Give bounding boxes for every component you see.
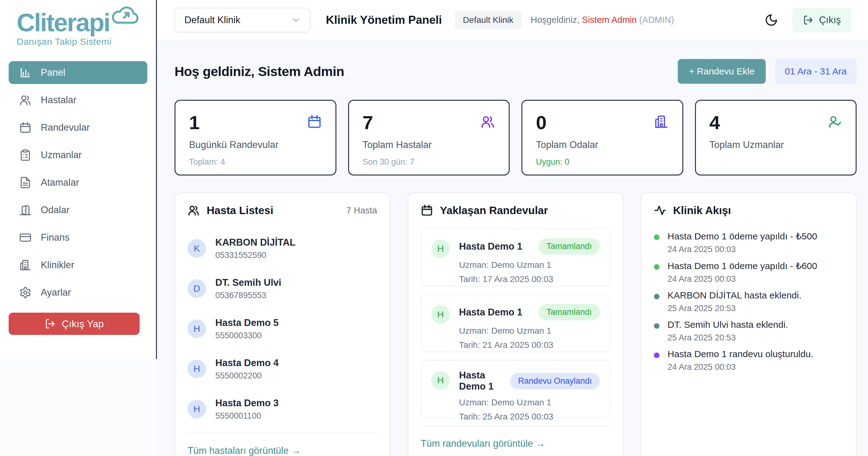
appointment-patient-name: Hasta Demo 1: [459, 241, 522, 252]
upcoming-appointments-panel: Yaklaşan Randevular H Hasta Demo 1 Tamam…: [408, 192, 623, 456]
patient-phone: 5550002200: [215, 371, 279, 381]
bar-chart-icon: [19, 66, 32, 79]
activity-item: DT. Semih Ulvi hasta eklendi. 25 Ara 202…: [654, 320, 844, 343]
clinic-activity-panel: Klinik Akışı Hasta Demo 1 ödeme yapıldı …: [641, 192, 857, 456]
status-badge: Tamamlandı: [538, 304, 600, 321]
sidebar-item-panel[interactable]: Panel: [9, 61, 147, 84]
view-all-patients-link[interactable]: Tüm hastaları görüntüle →: [187, 445, 301, 456]
appointment-patient-name: Hasta Demo 1: [459, 307, 522, 318]
avatar: H: [187, 400, 206, 418]
exit-button[interactable]: Çıkış: [792, 8, 851, 32]
sidebar-item-label: Ayarlar: [41, 287, 71, 298]
stat-card-total-specialists: 4 Toplam Uzmanlar: [695, 100, 857, 176]
activity-icon: [654, 204, 666, 217]
calendar-icon: [421, 204, 433, 217]
clinic-badge: Default Klinik: [455, 11, 521, 29]
panel-header: Klinik Akışı: [654, 204, 844, 217]
welcome-heading: Hoş geldiniz, Sistem Admin: [175, 64, 344, 79]
patient-row[interactable]: H Hasta Demo 4 5550002200: [187, 353, 377, 385]
sidebar-item-label: Randevular: [41, 122, 90, 133]
brand-tagline: Danışan Takip Sistemi: [17, 36, 138, 47]
sidebar-item-uzmanlar[interactable]: Uzmanlar: [9, 144, 147, 166]
sidebar-item-atamalar[interactable]: Atamalar: [9, 171, 147, 194]
building-icon: [19, 259, 32, 271]
appointment-date: Tarih: 21 Ara 2025 00:03: [459, 340, 600, 350]
panel-title: Yaklaşan Randevular: [440, 204, 548, 217]
divider: [421, 426, 610, 426]
moon-icon: [765, 13, 778, 27]
user-role: (ADMIN): [639, 15, 674, 25]
activity-date: 24 Ara 2025 00:03: [668, 274, 817, 284]
chevron-down-icon: [291, 16, 301, 25]
patient-name: KARBON DİJİTAL: [215, 237, 295, 248]
patient-name: Hasta Demo 3: [215, 398, 279, 409]
stat-card-total-rooms: 0 Toplam Odalar Uygun: 0: [521, 100, 683, 176]
stat-label: Bugünkü Randevular: [189, 139, 322, 150]
activity-date: 24 Ara 2025 00:03: [668, 362, 813, 372]
stat-card-todays-appointments: 1 Bugünkü Randevular Toplam: 4: [175, 100, 336, 176]
status-dot: [654, 323, 659, 329]
sidebar-item-randevular[interactable]: Randevular: [9, 116, 147, 139]
stat-sub: Toplam: 4: [189, 157, 322, 167]
avatar: H: [431, 371, 450, 390]
divider: [187, 433, 377, 433]
panels-row: Hasta Listesi 7 Hasta K KARBON DİJİTAL 0…: [175, 192, 857, 456]
logout-button[interactable]: Çıkış Yap: [9, 313, 140, 335]
door-icon: [19, 204, 32, 216]
users-icon: [480, 114, 495, 129]
welcome-actions: + Randevu Ekle 01 Ara - 31 Ara: [678, 59, 857, 84]
sidebar-item-hastalar[interactable]: Hastalar: [9, 89, 147, 112]
sidebar-item-finans[interactable]: Finans: [9, 226, 147, 249]
sidebar-nav: Panel Hastalar Randevular Uzmanlar Atama…: [9, 61, 147, 304]
users-icon: [19, 94, 32, 106]
view-all-appointments-link[interactable]: Tüm randevuları görüntüle →: [421, 438, 545, 449]
patient-row[interactable]: H Hasta Demo 3 5550001100: [187, 393, 377, 425]
gear-icon: [19, 286, 32, 299]
clinic-select[interactable]: Default Klinik: [175, 8, 310, 32]
dark-mode-toggle[interactable]: [765, 13, 779, 27]
cloud-arrow-icon: [111, 4, 140, 26]
activity-item: KARBON DİJİTAL hasta eklendi. 25 Ara 202…: [654, 290, 844, 313]
patient-row[interactable]: H Hasta Demo 5 5550003300: [187, 312, 377, 345]
appointment-list: H Hasta Demo 1 Tamamlandı Uzman: Demo Uz…: [421, 228, 610, 418]
activity-list: Hasta Demo 1 ödeme yapıldı - ₺500 24 Ara…: [654, 231, 844, 372]
status-dot: [654, 264, 659, 270]
add-appointment-button[interactable]: + Randevu Ekle: [678, 59, 766, 84]
patient-row[interactable]: K KARBON DİJİTAL 05331552590: [187, 232, 377, 265]
patient-count: 7 Hasta: [346, 206, 377, 216]
appointment-specialist: Uzman: Demo Uzman 1: [459, 326, 600, 336]
date-range-badge[interactable]: 01 Ara - 31 Ara: [775, 59, 857, 84]
sidebar-item-ayarlar[interactable]: Ayarlar: [9, 281, 147, 304]
sidebar-item-klinikler[interactable]: Klinikler: [9, 254, 147, 276]
avatar: H: [431, 239, 450, 258]
user-check-icon: [827, 114, 842, 129]
stats-row: 1 Bugünkü Randevular Toplam: 4 7 Toplam …: [175, 100, 857, 176]
sidebar-item-label: Uzmanlar: [41, 150, 82, 161]
activity-date: 25 Ara 2025 20:53: [668, 304, 802, 313]
sidebar-item-odalar[interactable]: Odalar: [9, 199, 147, 221]
stat-sub: Son 30 gün: 7: [363, 157, 495, 167]
building-icon: [654, 114, 669, 129]
avatar: H: [187, 360, 206, 378]
panel-title: Klinik Akışı: [673, 204, 731, 217]
appointment-card[interactable]: H Hasta Demo 1 Randevu Onaylandı Uzman: …: [421, 360, 610, 418]
welcome-prefix: Hoşgeldiniz,: [531, 15, 580, 25]
patient-name: DT. Semih Ulvi: [215, 277, 281, 288]
appointment-card[interactable]: H Hasta Demo 1 Tamamlandı Uzman: Demo Uz…: [421, 228, 610, 286]
panel-header: Hasta Listesi 7 Hasta: [187, 204, 377, 217]
status-dot: [654, 353, 659, 358]
appointment-specialist: Uzman: Demo Uzman 1: [459, 398, 600, 407]
file-text-icon: [19, 176, 32, 189]
patient-list: K KARBON DİJİTAL 05331552590 D DT. Semih…: [187, 232, 377, 425]
sidebar: Cliterapi Danışan Takip Sistemi Panel Ha…: [0, 0, 157, 359]
stat-value: 1: [189, 113, 322, 132]
avatar: K: [187, 239, 206, 257]
stat-sub: Uygun: 0: [536, 157, 669, 167]
activity-item: Hasta Demo 1 ödeme yapıldı - ₺500 24 Ara…: [654, 231, 844, 254]
patient-row[interactable]: D DT. Semih Ulvi 05367895553: [187, 272, 377, 305]
appointment-card[interactable]: H Hasta Demo 1 Tamamlandı Uzman: Demo Uz…: [421, 294, 610, 352]
stat-value: 0: [536, 113, 669, 132]
status-dot: [654, 294, 659, 299]
sidebar-item-label: Panel: [41, 67, 65, 78]
credit-card-icon: [19, 232, 32, 244]
